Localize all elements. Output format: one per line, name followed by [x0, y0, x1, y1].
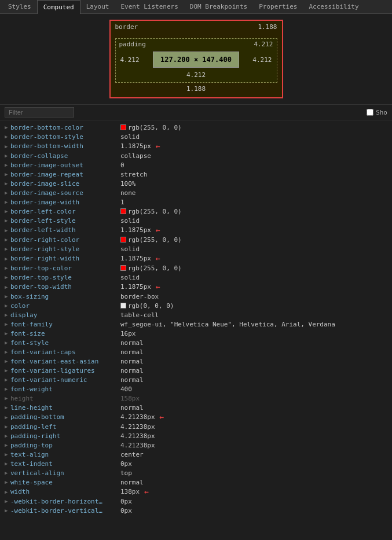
property-row[interactable]: ▶text-aligncenter [0, 450, 392, 459]
property-row[interactable]: ▶padding-bottom4.21238px← [0, 412, 392, 422]
property-row[interactable]: ▶border-top-colorrgb(255, 0, 0) [0, 263, 392, 273]
property-row[interactable]: ▶border-image-sourcenone [0, 188, 392, 197]
prop-toggle-icon: ▶ [5, 349, 10, 355]
property-row[interactable]: ▶border-image-width1 [0, 197, 392, 207]
prop-name: vertical-align [10, 469, 120, 477]
property-row[interactable]: ▶border-top-width1.1875px← [0, 282, 392, 292]
prop-value: normal [120, 358, 144, 365]
property-row[interactable]: ▶border-right-colorrgb(255, 0, 0) [0, 235, 392, 244]
property-row[interactable]: ▶padding-right4.21238px [0, 431, 392, 440]
prop-value-container: 4.21238px [120, 442, 155, 449]
prop-toggle-icon: ▶ [5, 442, 10, 448]
prop-toggle-icon: ▶ [5, 162, 10, 168]
prop-value-container: normal [120, 404, 144, 412]
tab-dom-breakpoints[interactable]: DOM Breakpoints [184, 0, 253, 14]
property-row[interactable]: ▶box-sizingborder-box [0, 292, 392, 301]
padding-value: 4.212 [254, 41, 273, 48]
prop-value-container: 400 [120, 385, 132, 393]
property-row[interactable]: ▶padding-left4.21238px [0, 422, 392, 431]
prop-value-container: normal [120, 339, 144, 347]
prop-value: 1.1875px [120, 142, 151, 150]
property-row[interactable]: ▶border-left-colorrgb(255, 0, 0) [0, 207, 392, 216]
property-row[interactable]: ▶font-variant-capsnormal [0, 347, 392, 357]
property-row[interactable]: ▶font-variant-ligaturesnormal [0, 366, 392, 375]
prop-toggle-icon: ▶ [5, 181, 10, 186]
prop-name: border-left-width [10, 226, 120, 234]
property-row[interactable]: ▶border-left-width1.1875px← [0, 225, 392, 235]
property-row[interactable]: ▶text-indent0px [0, 459, 392, 468]
property-row[interactable]: ▶font-variant-east-asiannormal [0, 357, 392, 366]
prop-value-container: solid [120, 133, 140, 141]
prop-value: 0px [120, 498, 132, 505]
prop-name: width [10, 488, 120, 495]
property-row[interactable]: ▶width138px← [0, 487, 392, 497]
property-row[interactable]: ▶font-size16px [0, 329, 392, 338]
property-row[interactable]: ▶displaytable-cell [0, 310, 392, 319]
tab-computed[interactable]: Computed [37, 0, 80, 14]
property-row[interactable]: ▶height158px [0, 394, 392, 403]
property-row[interactable]: ▶border-collapsecollapse [0, 151, 392, 160]
show-all-label: Sho [367, 109, 387, 116]
prop-value: 1 [120, 199, 124, 206]
filter-input[interactable] [5, 107, 74, 117]
color-swatch[interactable] [120, 265, 126, 271]
prop-toggle-icon: ▶ [5, 508, 10, 513]
content-box: 127.200 × 147.400 [153, 52, 239, 68]
prop-value-container: normal [120, 348, 144, 356]
property-row[interactable]: ▶padding-top4.21238px [0, 440, 392, 450]
prop-value: 16px [120, 330, 136, 337]
prop-name: height [10, 395, 120, 402]
property-row[interactable]: ▶border-left-stylesolid [0, 216, 392, 225]
property-row[interactable]: ▶vertical-aligntop [0, 468, 392, 477]
prop-toggle-icon: ▶ [5, 414, 10, 420]
property-row[interactable]: ▶border-bottom-colorrgb(255, 0, 0) [0, 123, 392, 132]
prop-toggle-icon: ▶ [5, 395, 10, 401]
prop-value-container: normal [120, 358, 144, 365]
property-row[interactable]: ▶border-image-repeatstretch [0, 170, 392, 179]
tab-event-listeners[interactable]: Event Listeners [115, 0, 184, 14]
property-row[interactable]: ▶border-top-stylesolid [0, 273, 392, 282]
property-row[interactable]: ▶border-image-slice100% [0, 179, 392, 188]
arrow-indicator-icon: ← [144, 487, 149, 496]
property-row[interactable]: ▶border-right-stylesolid [0, 244, 392, 254]
prop-toggle-icon: ▶ [5, 237, 10, 243]
prop-name: font-family [10, 321, 120, 328]
property-row[interactable]: ▶line-heightnormal [0, 403, 392, 412]
property-row[interactable]: ▶font-variant-numericnormal [0, 375, 392, 384]
prop-name: font-variant-caps [10, 348, 120, 356]
property-row[interactable]: ▶font-weight400 [0, 384, 392, 394]
property-row[interactable]: ▶-webkit-border-vertical…0px [0, 506, 392, 515]
properties-list: ▶border-bottom-colorrgb(255, 0, 0)▶borde… [0, 120, 392, 524]
color-swatch[interactable] [120, 303, 126, 308]
color-swatch[interactable] [120, 208, 126, 214]
property-row[interactable]: ▶font-stylenormal [0, 338, 392, 347]
property-row[interactable]: ▶colorrgb(0, 0, 0) [0, 301, 392, 310]
tab-properties[interactable]: Properties [253, 0, 303, 14]
property-row[interactable]: ▶border-bottom-stylesolid [0, 132, 392, 141]
property-row[interactable]: ▶white-spacenormal [0, 477, 392, 487]
color-swatch[interactable] [120, 124, 126, 130]
prop-toggle-icon: ▶ [5, 190, 10, 196]
prop-name: border-right-width [10, 255, 120, 262]
property-row[interactable]: ▶font-familywf_segoe-ui, "Helvetica Neue… [0, 319, 392, 329]
prop-value: solid [120, 274, 140, 281]
prop-value: border-box [120, 293, 159, 300]
prop-toggle-icon: ▶ [5, 274, 10, 280]
property-row[interactable]: ▶border-right-width1.1875px← [0, 254, 392, 263]
tab-styles[interactable]: Styles [2, 0, 37, 14]
tab-layout[interactable]: Layout [80, 0, 115, 14]
prop-toggle-icon: ▶ [5, 358, 10, 364]
prop-value-container: top [120, 469, 132, 477]
prop-toggle-icon: ▶ [5, 498, 10, 504]
prop-value: normal [120, 339, 144, 347]
property-row[interactable]: ▶-webkit-border-horizont…0px [0, 497, 392, 506]
show-all-checkbox[interactable] [367, 109, 373, 116]
property-row[interactable]: ▶border-image-outset0 [0, 160, 392, 170]
prop-value: none [120, 189, 136, 197]
color-swatch[interactable] [120, 237, 126, 243]
property-row[interactable]: ▶border-bottom-width1.1875px← [0, 141, 392, 151]
tab-accessibility[interactable]: Accessibility [303, 0, 364, 14]
prop-toggle-icon: ▶ [5, 256, 10, 262]
prop-value-container: normal [120, 376, 144, 384]
prop-value-container: 4.21238px [120, 432, 155, 440]
